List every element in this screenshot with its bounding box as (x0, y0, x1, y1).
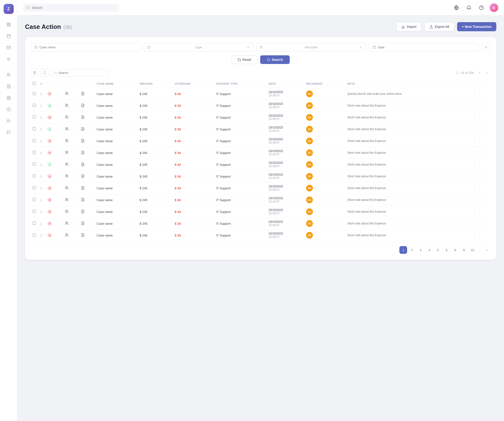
global-search[interactable] (23, 4, 119, 12)
row-checkbox[interactable] (33, 210, 36, 213)
more-options-button[interactable]: ⋮ (472, 197, 478, 203)
row-expense-type: IT Support (214, 123, 267, 135)
more-options-button[interactable]: ⋮ (472, 220, 478, 227)
document-icon (81, 198, 85, 202)
search-button[interactable]: Search (260, 55, 290, 64)
add-filter-button[interactable]: + (482, 43, 491, 51)
row-num: 1 (38, 159, 45, 171)
row-case-name: Case name (95, 100, 138, 112)
select-all-checkbox[interactable] (33, 82, 36, 85)
row-checkbox[interactable] (33, 174, 36, 178)
row-doc (79, 230, 95, 241)
row-checkbox[interactable] (33, 127, 36, 130)
more-options-button[interactable]: ⋮ (472, 114, 478, 121)
case-name-input[interactable] (39, 45, 137, 49)
search-button-icon (267, 58, 270, 61)
bell-button[interactable] (465, 3, 473, 12)
more-options-button[interactable]: ⋮ (472, 232, 478, 239)
global-search-input[interactable] (32, 6, 116, 10)
row-note: Short note about this Expence (345, 171, 470, 182)
new-transaction-button[interactable]: + New Transaction (457, 22, 496, 31)
svg-rect-37 (373, 46, 376, 49)
sidebar-item-calendar[interactable] (4, 31, 13, 41)
search-icon (26, 6, 30, 9)
sidebar-item-settings[interactable] (4, 93, 13, 103)
recorder-filter[interactable]: Recorder (256, 43, 366, 51)
help-button[interactable] (477, 3, 486, 12)
date-input[interactable] (378, 45, 475, 49)
type-filter[interactable]: Type (144, 43, 253, 51)
import-button[interactable]: Import (396, 22, 422, 31)
row-recorder: EG (304, 123, 345, 135)
date-filter[interactable] (369, 43, 479, 51)
more-options-button[interactable]: ⋮ (472, 173, 478, 180)
document-icon (81, 233, 85, 237)
sidebar-divider (5, 68, 13, 68)
sidebar-item-document[interactable] (4, 82, 13, 91)
table-search[interactable] (51, 69, 109, 77)
svg-point-21 (27, 6, 29, 8)
row-recorder: EG (304, 194, 345, 206)
row-checkbox[interactable] (33, 186, 36, 189)
more-options-button[interactable]: ⋮ (472, 208, 478, 215)
case-name-filter[interactable] (31, 43, 141, 51)
row-group (63, 88, 79, 100)
row-checkbox[interactable] (33, 222, 36, 225)
row-checkbox[interactable] (33, 163, 36, 166)
page-4[interactable]: 4 (425, 246, 433, 254)
globe-button[interactable] (452, 3, 461, 12)
page-8[interactable]: 8 (451, 246, 459, 254)
recorder-avatar: EG (306, 102, 313, 109)
recorder-filter-icon (260, 45, 263, 49)
delete-toolbar-button[interactable] (31, 69, 38, 77)
export-toolbar-button[interactable] (41, 69, 49, 77)
export-button[interactable]: Export All (424, 22, 454, 31)
sidebar-item-dollar[interactable] (4, 105, 13, 114)
recorder-avatar: EG (306, 185, 313, 191)
sidebar-item-people[interactable] (4, 70, 13, 80)
page-next-button[interactable]: › (483, 246, 491, 254)
prev-page-button[interactable]: ‹ (476, 69, 483, 76)
row-checkbox[interactable] (33, 151, 36, 154)
row-num: 1 (38, 100, 45, 112)
col-expense-type: EXPENSE TYPE (214, 79, 267, 88)
row-note: Short note about this Expence (345, 135, 470, 147)
more-options-button[interactable]: ⋮ (472, 149, 478, 156)
row-outbound: $ 34 (173, 182, 214, 194)
row-checkbox[interactable] (33, 198, 36, 201)
sidebar-item-user-check[interactable] (4, 116, 13, 126)
page-5[interactable]: 5 (434, 246, 442, 254)
row-checkbox[interactable] (33, 139, 36, 142)
table-search-input[interactable] (58, 71, 106, 75)
reset-button[interactable]: Reset (232, 55, 257, 64)
next-page-button[interactable]: › (484, 69, 491, 76)
user-avatar[interactable]: A (490, 3, 498, 12)
svg-point-61 (66, 151, 67, 152)
more-options-button[interactable]: ⋮ (472, 185, 478, 191)
row-checkbox[interactable] (33, 233, 36, 236)
row-outbound: $ 34 (173, 123, 214, 135)
more-options-button[interactable]: ⋮ (472, 161, 478, 168)
page-10[interactable]: 10 (469, 246, 476, 254)
row-status: ✕ (45, 147, 63, 159)
more-options-button[interactable]: ⋮ (472, 90, 478, 97)
page-3[interactable]: 3 (417, 246, 424, 254)
globe-icon (454, 5, 459, 10)
page-1[interactable]: 1 (399, 246, 407, 254)
page-9[interactable]: 9 (460, 246, 468, 254)
row-checkbox[interactable] (33, 104, 36, 107)
row-checkbox[interactable] (33, 92, 36, 95)
page-6[interactable]: 6 (443, 246, 450, 254)
sidebar-item-list[interactable] (4, 54, 13, 64)
recorder-avatar: EG (306, 173, 313, 180)
more-options-button[interactable]: ⋮ (472, 102, 478, 109)
row-num: 1 (38, 206, 45, 218)
more-options-button[interactable]: ⋮ (472, 126, 478, 133)
row-expense-type: IT Support (214, 135, 267, 147)
sidebar-item-flag[interactable] (4, 128, 13, 137)
sidebar-item-grid[interactable] (4, 20, 13, 29)
sidebar-item-mail[interactable] (4, 43, 13, 52)
more-options-button[interactable]: ⋮ (472, 138, 478, 144)
row-checkbox[interactable] (33, 115, 36, 119)
page-2[interactable]: 2 (408, 246, 416, 254)
